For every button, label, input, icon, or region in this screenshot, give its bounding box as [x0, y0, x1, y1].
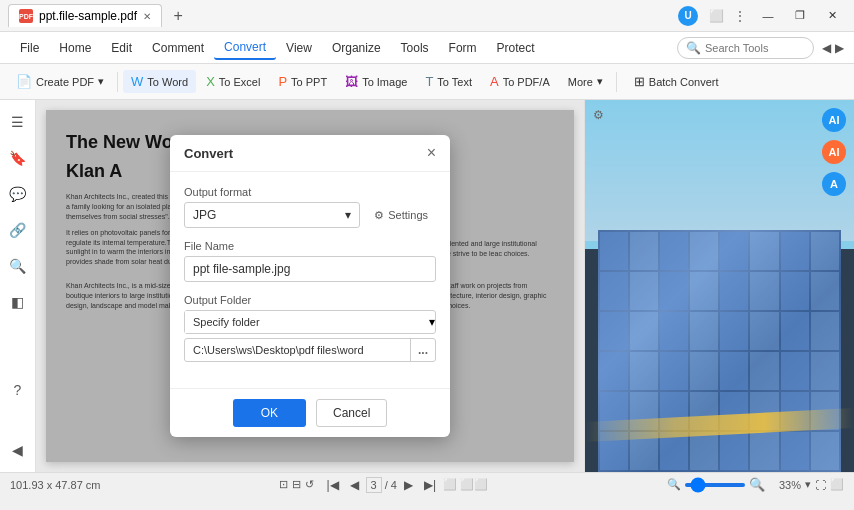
devices-icon[interactable]: ⬜	[706, 6, 726, 26]
user-avatar[interactable]: U	[678, 6, 698, 26]
glass-cell	[660, 272, 688, 310]
glass-cell	[690, 272, 718, 310]
zoom-out-icon[interactable]: 🔍	[667, 478, 681, 491]
fit-page-icon[interactable]: ⊡	[279, 478, 288, 491]
zoom-in-icon[interactable]: 🔍	[749, 477, 765, 492]
two-page-icon[interactable]: ⬜⬜	[460, 478, 488, 491]
last-page-button[interactable]: ▶|	[420, 477, 440, 493]
restore-button[interactable]: ❐	[786, 6, 814, 26]
first-page-button[interactable]: |◀	[322, 477, 342, 493]
menu-file[interactable]: File	[10, 37, 49, 59]
menu-view[interactable]: View	[276, 37, 322, 59]
zoom-slider[interactable]	[685, 483, 745, 487]
search-tools-bar[interactable]: 🔍	[677, 37, 814, 59]
rotate-icon[interactable]: ↺	[305, 478, 314, 491]
glass-cell	[660, 232, 688, 270]
search-tools-input[interactable]	[705, 42, 805, 54]
to-excel-button[interactable]: X To Excel	[198, 70, 268, 93]
menu-edit[interactable]: Edit	[101, 37, 142, 59]
glass-cell	[811, 312, 839, 350]
output-format-label: Output format	[184, 186, 436, 198]
ai-badge-1[interactable]: AI	[822, 108, 846, 132]
menu-comment[interactable]: Comment	[142, 37, 214, 59]
sidebar-search-icon[interactable]: 🔍	[4, 252, 32, 280]
glass-cell	[750, 272, 778, 310]
ai-badge-2[interactable]: AI	[822, 140, 846, 164]
minimize-button[interactable]: —	[754, 6, 782, 26]
folder-path-container: C:\Users\ws\Desktop\pdf files\word ...	[184, 338, 436, 362]
settings-button[interactable]: ⚙ Settings	[366, 204, 436, 227]
tab-close-icon[interactable]: ✕	[143, 11, 151, 22]
output-folder-group: Output Folder Specify folder ▾ C:\Users\…	[184, 294, 436, 362]
main-area: ☰ 🔖 💬 🔗 🔍 ◧ ? ◀ The New Work Of Klan A K…	[0, 100, 854, 472]
specify-folder-value[interactable]: Specify folder	[185, 311, 429, 333]
menu-organize[interactable]: Organize	[322, 37, 391, 59]
document-tab[interactable]: PDF ppt.file-sample.pdf ✕	[8, 4, 162, 27]
glass-cell	[720, 272, 748, 310]
to-pdfa-button[interactable]: A To PDF/A	[482, 70, 558, 93]
fit-width-icon[interactable]: ⊟	[292, 478, 301, 491]
glass-cell	[781, 272, 809, 310]
ai-badge-3[interactable]: A	[822, 172, 846, 196]
glass-cell	[750, 312, 778, 350]
title-bar: PDF ppt.file-sample.pdf ✕ + U ⬜ ⋮ — ❐ ✕	[0, 0, 854, 32]
create-pdf-button[interactable]: 📄 Create PDF ▾	[8, 70, 112, 93]
close-button[interactable]: ✕	[818, 6, 846, 26]
nav-forward-icon[interactable]: ▶	[835, 41, 844, 55]
to-image-label: To Image	[362, 76, 407, 88]
sidebar-nav-left-icon[interactable]: ◀	[4, 436, 32, 464]
to-ppt-button[interactable]: P To PPT	[270, 70, 335, 93]
zoom-dropdown-icon[interactable]: ▾	[805, 478, 811, 491]
cancel-button[interactable]: Cancel	[316, 399, 387, 427]
to-image-button[interactable]: 🖼 To Image	[337, 70, 415, 93]
nav-arrows: ◀ ▶	[822, 41, 844, 55]
batch-convert-button[interactable]: ⊞ Batch Convert	[626, 70, 727, 93]
sidebar-help-icon[interactable]: ?	[4, 376, 32, 404]
menu-protect[interactable]: Protect	[487, 37, 545, 59]
sidebar-layer-icon[interactable]: ◧	[4, 288, 32, 316]
sidebar-link-icon[interactable]: 🔗	[4, 216, 32, 244]
menu-form[interactable]: Form	[439, 37, 487, 59]
new-tab-button[interactable]: +	[168, 6, 188, 26]
prev-page-button[interactable]: ◀	[346, 477, 363, 493]
glass-cell	[781, 432, 809, 470]
zoom-controls: 🔍 🔍 33% ▾ ⛶ ⬜	[667, 477, 844, 492]
more-button[interactable]: More ▾	[560, 71, 611, 92]
to-ppt-label: To PPT	[291, 76, 327, 88]
glass-cell	[690, 232, 718, 270]
folder-browse-button[interactable]: ...	[410, 339, 435, 361]
panel-settings-icon[interactable]: ⚙	[593, 108, 604, 122]
fullscreen-icon[interactable]: ⛶	[815, 479, 826, 491]
modal-close-button[interactable]: ×	[427, 145, 436, 161]
total-pages: 4	[391, 479, 397, 491]
page-separator: /	[385, 479, 388, 491]
glass-cell	[630, 312, 658, 350]
to-word-button[interactable]: W To Word	[123, 70, 196, 93]
sky-background	[585, 100, 854, 241]
zoom-value: 33%	[769, 479, 801, 491]
ok-button[interactable]: OK	[233, 399, 306, 427]
output-format-select[interactable]: JPG ▾	[184, 202, 360, 228]
glass-cell	[811, 272, 839, 310]
menu-home[interactable]: Home	[49, 37, 101, 59]
sidebar-page-icon[interactable]: ☰	[4, 108, 32, 136]
sidebar-bookmark-icon[interactable]: 🔖	[4, 144, 32, 172]
window-icon[interactable]: ⬜	[830, 478, 844, 491]
file-name-input[interactable]	[184, 256, 436, 282]
single-page-icon[interactable]: ⬜	[443, 478, 457, 491]
right-panel: AI AI A ⚙	[584, 100, 854, 472]
current-page[interactable]: 3	[366, 477, 382, 493]
page-navigation: |◀ ◀ 3 / 4 ▶ ▶| ⬜ ⬜⬜	[322, 477, 488, 493]
menu-convert[interactable]: Convert	[214, 36, 276, 60]
glass-cell	[630, 272, 658, 310]
nav-back-icon[interactable]: ◀	[822, 41, 831, 55]
folder-select-chevron: ▾	[429, 315, 435, 329]
to-text-button[interactable]: T To Text	[417, 70, 480, 93]
glass-cell	[720, 232, 748, 270]
settings-label: Settings	[388, 209, 428, 221]
glass-cell	[690, 312, 718, 350]
next-page-button[interactable]: ▶	[400, 477, 417, 493]
more-options-icon[interactable]: ⋮	[730, 6, 750, 26]
sidebar-comment-icon[interactable]: 💬	[4, 180, 32, 208]
menu-tools[interactable]: Tools	[391, 37, 439, 59]
